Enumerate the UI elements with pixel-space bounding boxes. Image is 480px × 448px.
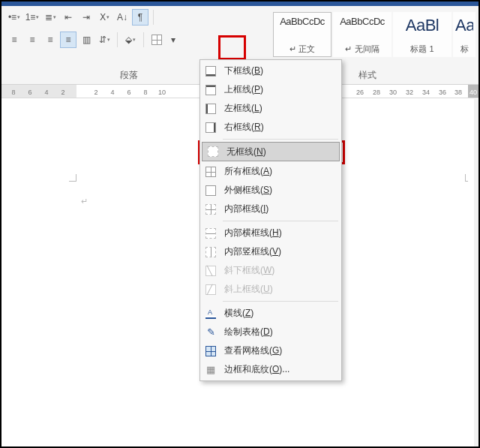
align-right-button[interactable]: ≡ [42, 32, 58, 48]
decrease-indent-button[interactable]: ⇤ [60, 9, 76, 26]
menu-item-label: 下框线(B) [224, 65, 263, 77]
menu-item-label: 所有框线(A) [224, 165, 272, 178]
separator [117, 32, 118, 47]
menu-item-label: 右框线(R) [224, 121, 264, 134]
menu-item-label: 内部竖框线(V) [224, 245, 281, 258]
vertical-scrollbar[interactable] [474, 99, 478, 446]
ruler-number: 10 [158, 89, 166, 96]
style-name: 标题 1 [395, 44, 449, 55]
style-heading-2[interactable]: Aa 标 [453, 12, 476, 57]
ruler-number: 38 [454, 89, 462, 96]
ruler-number: 34 [422, 89, 430, 96]
right-icon [205, 122, 217, 134]
menu-item-label: 查看网格线(G) [224, 344, 282, 357]
menu-item-grid[interactable]: 查看网格线(G) [200, 341, 341, 360]
inside-icon [205, 203, 217, 215]
menu-item-diagu: 斜上框线(U) [200, 280, 341, 299]
ruler-number: 6 [28, 89, 32, 96]
menu-item-label: 绘制表格(D) [224, 326, 273, 338]
inh-icon [205, 227, 217, 239]
separator [153, 10, 154, 25]
menu-item-label: 外侧框线(S) [224, 184, 272, 197]
style-preview: AaBl [395, 16, 449, 35]
menu-item-outside[interactable]: 外侧框线(S) [200, 181, 341, 200]
menu-item-label: 斜上框线(U) [224, 283, 273, 296]
menu-separator [223, 139, 338, 140]
ruler-right-margin: 40 [468, 85, 478, 98]
menu-item-right[interactable]: 右框线(R) [200, 118, 341, 137]
top-icon [205, 84, 217, 96]
menu-item-none[interactable]: 无框线(N) [202, 142, 340, 161]
style-preview: Aa [455, 16, 473, 35]
ruler-number: 4 [110, 89, 114, 96]
menu-item-label: 横线(Z) [224, 307, 254, 320]
none-icon [207, 146, 219, 158]
menu-item-label: 左框线(L) [224, 102, 262, 115]
shading-button[interactable]: ⬙ [122, 32, 139, 48]
show-marks-button[interactable]: ¶ [132, 9, 148, 26]
style-preview: AaBbCcDc [275, 16, 329, 27]
align-justify-button[interactable]: ≡ [60, 32, 76, 48]
distribute-button[interactable]: ▥ [78, 32, 94, 48]
multilevel-list-button[interactable]: ≣ [42, 9, 58, 26]
menu-item-pencil[interactable]: 绘制表格(D) [200, 323, 341, 341]
paragraph-mark: ↵ [81, 197, 88, 206]
diagu-icon [205, 284, 217, 296]
borders-dropdown-menu: 下框线(B)上框线(P)左框线(L)右框线(R) 无框线(N)所有框线(A)外侧… [200, 59, 342, 381]
page-corner-mark-right [465, 174, 468, 182]
grid-icon [205, 345, 217, 357]
ruler-number: 32 [406, 89, 413, 96]
ruler-number: 30 [389, 89, 397, 96]
menu-separator [223, 301, 338, 302]
menu-separator [223, 221, 338, 221]
menu-item-label: 内部框线(I) [224, 203, 268, 215]
align-left-button[interactable]: ≡ [6, 32, 22, 48]
ruler-number: 4 [44, 89, 48, 96]
styles-gallery: AaBbCcDc ↵ 正文 AaBbCcDc ↵ 无间隔 AaBl 标题 1 A… [273, 12, 478, 57]
menu-item-inh[interactable]: 内部横框线(H) [200, 224, 341, 242]
style-no-spacing[interactable]: AaBbCcDc ↵ 无间隔 [333, 12, 392, 57]
left-icon [205, 103, 217, 115]
pencil-icon [205, 326, 217, 338]
line-spacing-button[interactable]: ⇵ [96, 32, 112, 48]
menu-item-shade[interactable]: 边框和底纹(O)... [200, 360, 341, 379]
shade-icon [205, 364, 217, 376]
borders-dropdown-trigger[interactable]: ▾ [166, 32, 180, 48]
style-preview: AaBbCcDc [335, 16, 389, 27]
bottom-icon [205, 65, 217, 77]
page-corner-mark [69, 174, 76, 182]
bullets-button[interactable]: •≡ [6, 9, 22, 26]
menu-item-bottom[interactable]: 下框线(B) [200, 62, 341, 80]
menu-item-inside[interactable]: 内部框线(I) [200, 200, 341, 218]
menu-item-label: 无框线(N) [226, 146, 266, 158]
all-icon [205, 166, 217, 178]
numbering-button[interactable]: 1≡ [24, 9, 40, 26]
ruler-number: 26 [356, 89, 364, 96]
outside-icon [205, 185, 217, 197]
menu-item-inv[interactable]: 内部竖框线(V) [200, 242, 341, 261]
menu-item-hline[interactable]: A横线(Z) [200, 304, 341, 323]
diagd-icon [205, 265, 217, 277]
increase-indent-button[interactable]: ⇥ [78, 9, 94, 26]
sort-button[interactable]: A↓ [114, 9, 130, 26]
style-normal[interactable]: AaBbCcDc ↵ 正文 [273, 12, 332, 57]
style-name: ↵ 正文 [275, 44, 329, 55]
align-center-button[interactable]: ≡ [24, 32, 40, 48]
style-heading-1[interactable]: AaBl 标题 1 [393, 12, 452, 57]
ruler-number: 28 [373, 89, 380, 96]
asian-layout-button[interactable]: Ⅹ [96, 9, 112, 26]
menu-item-top[interactable]: 上框线(P) [200, 80, 341, 99]
menu-item-left[interactable]: 左框线(L) [200, 99, 341, 118]
ruler-number: 6 [127, 89, 130, 96]
menu-item-all[interactable]: 所有框线(A) [200, 162, 341, 181]
ruler-number: 36 [439, 89, 446, 96]
inv-icon [205, 246, 217, 258]
menu-item-diagd: 斜下框线(W) [200, 261, 341, 280]
style-name: 标 [455, 44, 473, 55]
hline-icon: A [205, 308, 217, 320]
menu-item-label: 上框线(P) [224, 83, 263, 96]
menu-item-label: 边框和底纹(O)... [224, 363, 290, 376]
ruler-number: 2 [94, 89, 98, 96]
borders-button[interactable] [148, 32, 165, 48]
style-name: ↵ 无间隔 [335, 44, 389, 55]
